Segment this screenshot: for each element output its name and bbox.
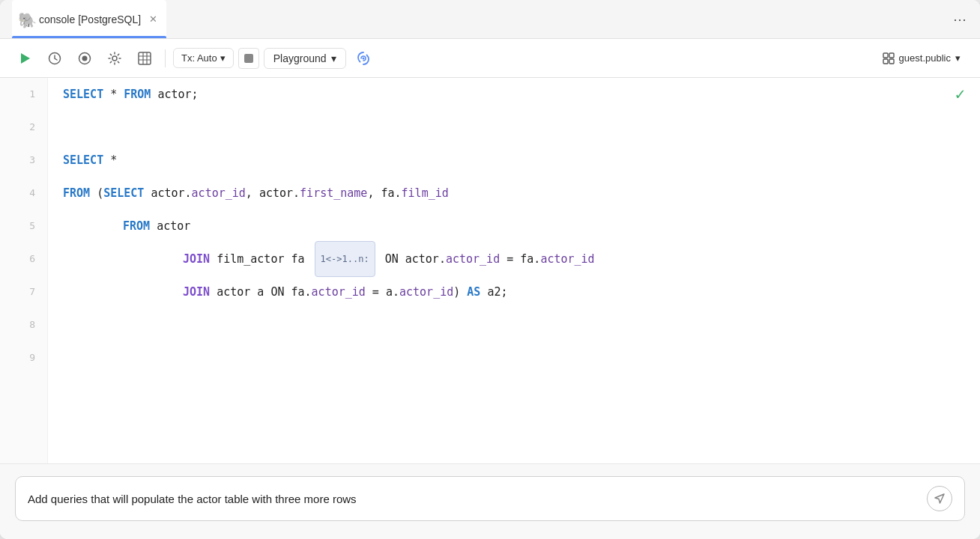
plain-eq-7: = a. [366,275,399,308]
main-window: 🐘 console [PostgreSQL] ✕ ⋯ [0,0,980,539]
editor-area: 1 2 3 4 5 6 7 8 9 ✓ SELECT * FROM [0,78,980,539]
svg-point-4 [112,56,117,61]
plain-4a: actor. [144,177,191,210]
tx-chevron-icon: ▾ [220,52,226,64]
col-firstname-4: first_name [300,177,367,210]
code-line-9 [63,341,965,374]
plain-eq-6: = fa. [500,243,540,275]
schema-icon [883,52,895,64]
stop-button[interactable] [238,48,259,69]
code-content[interactable]: ✓ SELECT * FROM actor; SELECT * [48,78,980,463]
ai-input-field[interactable] [28,493,921,505]
close-tab-button[interactable]: ✕ [145,12,160,27]
send-icon [934,493,946,505]
active-tab: 🐘 console [PostgreSQL] ✕ [12,0,166,38]
plain-actor-1: actor; [151,78,198,111]
line-num-9: 9 [12,341,35,374]
code-line-4: FROM ( SELECT actor. actor_id , actor. f… [63,177,965,210]
playground-dropdown[interactable]: Playground ▾ [264,48,346,69]
plain-on-6: ON actor. [378,243,446,275]
tab-title: console [PostgreSQL] [39,13,141,25]
kw-from-1: FROM [124,78,151,111]
plain-filmactor-6: film_actor fa [210,243,311,275]
line-numbers: 1 2 3 4 5 6 7 8 9 [0,78,48,463]
ai-swirl-button[interactable] [351,46,376,71]
line-num-5: 5 [12,210,35,243]
kw-from-4: FROM [63,177,90,210]
check-icon: ✓ [955,78,965,111]
plain-4c: , fa. [367,177,401,210]
col-actorid-6a: actor_id [446,243,500,275]
plain-alias-7: a2; [480,275,507,308]
plain-actor-5: actor [150,210,190,243]
tx-label: Tx: Auto [181,52,217,64]
kw-as-7: AS [460,275,480,308]
table-button[interactable] [132,46,157,71]
plain-actor-7a: actor a [210,275,270,308]
tab-underline [12,36,166,38]
plain-paren-close-7: ) [453,275,460,308]
plain-4b: , actor. [246,177,300,210]
svg-rect-14 [889,59,894,64]
col-actorid-7a: actor_id [312,275,366,308]
line-num-7: 7 [12,275,35,308]
col-actorid-6b: actor_id [540,243,594,275]
ai-input-box [15,476,965,521]
history-button[interactable] [42,46,67,71]
code-line-7: JOIN actor a ON fa. actor_id = a. actor_… [63,275,965,308]
elephant-icon: 🐘 [18,11,34,28]
kw-select-1: SELECT [63,78,103,111]
svg-point-3 [82,55,88,61]
schema-chevron-icon: ▾ [955,52,961,64]
tx-dropdown[interactable]: Tx: Auto ▾ [173,48,234,68]
playground-chevron-icon: ▾ [331,52,336,64]
plain-star-1: * [103,78,124,111]
svg-point-10 [362,57,364,59]
toolbar-divider-1 [165,49,166,67]
plain-star-3: * [103,144,117,177]
line-num-4: 4 [12,177,35,210]
window-menu-button[interactable]: ⋯ [953,11,968,28]
title-bar: 🐘 console [PostgreSQL] ✕ ⋯ [0,0,980,39]
svg-rect-12 [889,53,894,58]
svg-rect-11 [883,53,888,58]
code-editor[interactable]: 1 2 3 4 5 6 7 8 9 ✓ SELECT * FROM [0,78,980,463]
toolbar: Tx: Auto ▾ Playground ▾ [0,39,980,78]
svg-rect-5 [139,52,151,64]
schema-dropdown[interactable]: guest.public ▾ [875,49,968,68]
playground-label: Playground [273,52,327,64]
relation-badge-6: 1<->1..n: [315,241,375,277]
code-line-6: JOIN film_actor fa 1<->1..n: ON actor. a… [63,243,965,275]
plain-on-7: ON fa. [270,275,311,308]
code-line-1: SELECT * FROM actor; [63,78,965,111]
kw-join-6: JOIN [183,243,210,275]
svg-marker-0 [21,53,30,64]
code-line-2 [63,111,965,144]
col-filmid-4: film_id [402,177,449,210]
record-button[interactable] [72,46,97,71]
line-num-8: 8 [12,308,35,341]
stop-icon [244,54,253,63]
col-actorid-4: actor_id [192,177,246,210]
paren-open-4: ( [90,177,103,210]
line-num-2: 2 [12,111,35,144]
code-line-3: SELECT * [63,144,965,177]
schema-label: guest.public [899,52,951,64]
line-num-3: 3 [12,144,35,177]
kw-select-3: SELECT [63,144,103,177]
kw-join-7: JOIN [183,275,210,308]
svg-rect-13 [883,59,888,64]
code-line-8 [63,308,965,341]
settings-button[interactable] [102,46,127,71]
kw-from-5: FROM [123,210,150,243]
line-num-6: 6 [12,243,35,275]
code-line-5: FROM actor [63,210,965,243]
ai-send-button[interactable] [927,486,952,511]
run-button[interactable] [12,46,37,71]
line-num-1: 1 [12,78,35,111]
kw-select-4: SELECT [103,177,144,210]
col-actorid-7b: actor_id [399,275,453,308]
ai-input-area [0,463,980,539]
